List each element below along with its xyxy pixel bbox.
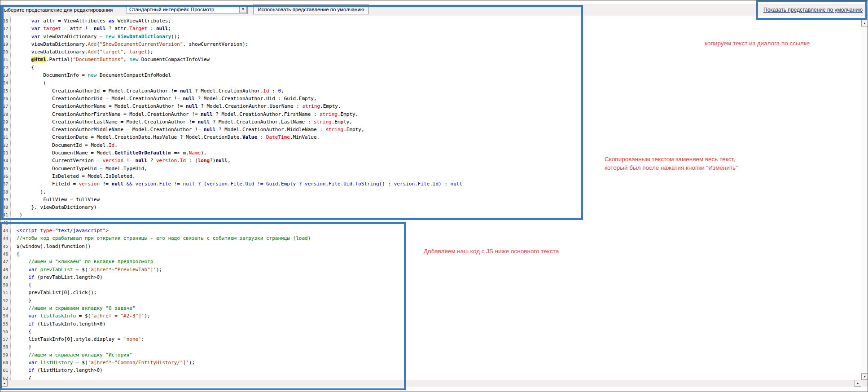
code-line: } bbox=[13, 343, 861, 351]
line-number: 28 bbox=[1, 110, 10, 118]
line-number: 55 bbox=[1, 320, 10, 328]
show-default-view-link[interactable]: Показать представление по умолчанию bbox=[763, 7, 863, 13]
line-number: 26 bbox=[1, 95, 10, 102]
line-number: 19 bbox=[1, 40, 10, 48]
chevron-down-icon: ▼ bbox=[241, 7, 245, 11]
code-line: var target = attr != null ? attr.Target … bbox=[13, 25, 861, 32]
line-number: 43 bbox=[1, 227, 10, 234]
line-number: 35 bbox=[1, 165, 10, 172]
line-number: 27 bbox=[1, 102, 10, 110]
use-default-view-button[interactable]: Использовать представление по умолчанию bbox=[253, 4, 369, 14]
line-number: 17 bbox=[1, 25, 10, 32]
code-line: CreationAuthorName = Model.CreationAutho… bbox=[13, 102, 861, 110]
annotation-replace-text-line1: Скопированным текстом заменяем весь текс… bbox=[605, 155, 738, 163]
line-number: 59 bbox=[1, 351, 10, 359]
code-line: prevTabList[0].click(); bbox=[13, 289, 861, 296]
code-editor[interactable]: 1617181920212223242526272829303132333435… bbox=[1, 16, 861, 380]
code-line: var viewDataDictionary = new ViewDataDic… bbox=[13, 33, 861, 40]
line-number: 24 bbox=[1, 79, 10, 87]
code-line: <script type="text/javascript"> bbox=[13, 227, 861, 234]
line-number: 39 bbox=[1, 196, 10, 203]
code-line: { bbox=[13, 328, 861, 335]
line-number: 50 bbox=[1, 281, 10, 289]
code-line: if (prevTabList.length>0) bbox=[13, 273, 861, 281]
code-line: IsDeleted = Model.IsDeleted, bbox=[13, 172, 861, 180]
line-number: 53 bbox=[1, 304, 10, 312]
view-select-label: ыберите представление для редактирования bbox=[4, 7, 113, 13]
code-line: DocumentInfo = new DocumentCompactInfoMo… bbox=[13, 71, 861, 79]
line-number: 37 bbox=[1, 180, 10, 188]
scroll-down-button[interactable]: ▼ bbox=[861, 373, 868, 380]
line-number: 54 bbox=[1, 312, 10, 320]
line-number: 56 bbox=[1, 328, 10, 335]
scroll-down-icon: ▼ bbox=[863, 375, 866, 378]
line-number: 47 bbox=[1, 258, 10, 265]
code-line: CreationAuthorId = Model.CreationAuthor … bbox=[13, 87, 861, 95]
scroll-right-icon: ► bbox=[856, 382, 859, 385]
code-line: CreationAuthorLastName = Model.CreationA… bbox=[13, 118, 861, 126]
line-number: 25 bbox=[1, 87, 10, 95]
line-number: 21 bbox=[1, 56, 10, 63]
line-number: 58 bbox=[1, 343, 10, 351]
line-number: 36 bbox=[1, 172, 10, 180]
code-lines[interactable]: var attr = ViewAttributes as WebViewAttr… bbox=[11, 16, 861, 380]
line-number: 29 bbox=[1, 118, 10, 126]
code-line: DocumentId = Model.Id, bbox=[13, 141, 861, 149]
code-line: }, viewDataDictionary) bbox=[13, 203, 861, 211]
line-number: 51 bbox=[1, 289, 10, 296]
annotation-copy-text: копируем текст из диалога по ссылке bbox=[705, 40, 810, 47]
line-number: 42 bbox=[1, 219, 10, 227]
code-line: //ищем и скрываем вкладку "О задаче" bbox=[13, 304, 861, 312]
line-number: 48 bbox=[1, 266, 10, 273]
code-line: { bbox=[13, 281, 861, 289]
code-line: ) bbox=[13, 211, 861, 219]
code-line: //ищем и "кликаем" по вкладке предпросмо… bbox=[13, 258, 861, 265]
view-select-dropdown[interactable]: Стандартный интерфейс Просмотр ▼ bbox=[127, 5, 248, 14]
scroll-right-button[interactable]: ► bbox=[855, 380, 861, 387]
code-line: { bbox=[13, 374, 861, 380]
code-line: if (listHistory.length>0) bbox=[13, 366, 861, 374]
code-line: //ищем и скрываем вкладку "История" bbox=[13, 351, 861, 359]
code-line: ), bbox=[13, 188, 861, 196]
code-line: var listTaskInfo = $('a[href = "#2-3"]')… bbox=[13, 312, 861, 320]
code-line: CreationAuthorMiddleName = Model.Creatio… bbox=[13, 126, 861, 133]
code-line: CreationDate = Model.CreationDate.HasVal… bbox=[13, 133, 861, 141]
scroll-up-button[interactable]: ▲ bbox=[861, 20, 868, 26]
code-line: FullView = fullView bbox=[13, 196, 861, 203]
line-number: 46 bbox=[1, 250, 10, 258]
code-line: { bbox=[13, 64, 861, 71]
code-line bbox=[13, 219, 861, 227]
dropdown-arrow-button[interactable]: ▼ bbox=[239, 6, 247, 13]
code-line: } bbox=[13, 297, 861, 304]
line-number: 33 bbox=[1, 149, 10, 157]
scroll-left-button[interactable]: ◄ bbox=[1, 380, 8, 387]
code-line: @Html.Partial("DocumentButtons", new Doc… bbox=[13, 56, 861, 63]
line-number: 30 bbox=[1, 126, 10, 133]
line-number: 34 bbox=[1, 157, 10, 164]
toolbar: ыберите представление для редактирования… bbox=[1, 4, 868, 16]
line-number: 38 bbox=[1, 188, 10, 196]
line-number: 44 bbox=[1, 234, 10, 242]
code-line: var prevTabList = $('a[href*="PreviewTab… bbox=[13, 266, 861, 273]
line-number: 20 bbox=[1, 48, 10, 56]
view-select-value: Стандартный интерфейс Просмотр bbox=[129, 7, 214, 12]
line-number: 60 bbox=[1, 359, 10, 366]
line-number: 41 bbox=[1, 211, 10, 219]
line-number: 18 bbox=[1, 33, 10, 40]
code-line: var listHistory = $('a[href*="Common/Ent… bbox=[13, 359, 861, 366]
line-number: 31 bbox=[1, 133, 10, 141]
line-number: 57 bbox=[1, 335, 10, 343]
line-number: 49 bbox=[1, 273, 10, 281]
annotation-replace-text: Скопированным текстом заменяем весь текс… bbox=[605, 155, 738, 172]
annotation-replace-text-line2: который был после нажатия кнопки "Измени… bbox=[605, 163, 738, 172]
scroll-up-icon: ▲ bbox=[863, 22, 866, 25]
line-number: 40 bbox=[1, 203, 10, 211]
annotation-add-js: Добавляем наш код с JS ниже основного те… bbox=[424, 248, 559, 255]
code-line: //чтобы код срабатывал при открытии стра… bbox=[13, 234, 861, 242]
horizontal-scrollbar[interactable]: ◄ ► bbox=[1, 380, 861, 387]
scroll-left-icon: ◄ bbox=[3, 382, 6, 385]
code-line: var attr = ViewAttributes as WebViewAttr… bbox=[13, 17, 861, 25]
line-number: 45 bbox=[1, 242, 10, 250]
vertical-scrollbar[interactable]: ▲ ▼ bbox=[861, 20, 868, 380]
line-number-gutter: 1617181920212223242526272829303132333435… bbox=[1, 16, 11, 380]
